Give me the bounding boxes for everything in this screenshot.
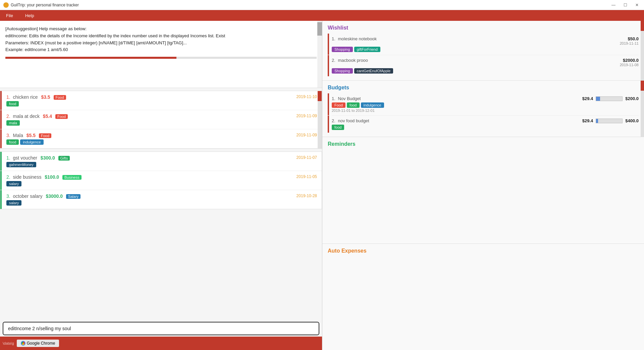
budget-tags: food bbox=[332, 125, 639, 130]
menu-help[interactable]: Help bbox=[22, 12, 37, 19]
help-box: [Autosuggestion] Help message as below: … bbox=[0, 21, 322, 88]
expense-name: chicken rice bbox=[13, 94, 38, 100]
tag-apple: cantGetEnufOfApple bbox=[354, 68, 393, 74]
expense-item: 2. mala at deck $5.4 Food 2019-11-09 mal… bbox=[0, 110, 322, 129]
expense-title: 3. Mala $5.5 Food bbox=[6, 133, 51, 138]
income-name: side business bbox=[13, 174, 42, 180]
tag-salary: salary bbox=[6, 200, 21, 206]
income-index: 3. bbox=[6, 193, 10, 199]
expense-category-tag: Food bbox=[55, 114, 68, 119]
income-item: 1. gst voucher $300.0 Gifts 2019-11-07 g… bbox=[0, 152, 322, 171]
tag-mala: mala bbox=[6, 120, 20, 126]
wishlist-amount-date: $2000.0 2019-11-08 bbox=[620, 58, 639, 67]
income-date: 2019-11-05 bbox=[297, 174, 317, 179]
taskbar-path: \data\g bbox=[3, 341, 14, 345]
budgets-scrollbar[interactable] bbox=[641, 81, 644, 137]
expense-date: 2019-11-09 bbox=[297, 114, 317, 118]
help-line-2: editIncome: Edits the details of the Inc… bbox=[5, 33, 317, 40]
wishlist-item: 2. macbook prooo $2000.0 2019-11-08 Shop… bbox=[332, 55, 639, 76]
expense-date: 2019-11-09 bbox=[297, 133, 317, 137]
app-icon bbox=[3, 2, 9, 8]
wishlist-section: Wishlist 1. moleskine notebook $50.0 201… bbox=[322, 21, 644, 81]
income-row: 3. october salary $3000.0 Salary 2019-10… bbox=[6, 193, 317, 199]
budget-name: nov food budget bbox=[338, 118, 369, 123]
expense-row: 2. mala at deck $5.4 Food 2019-11-09 bbox=[6, 114, 317, 119]
budget-item-bar bbox=[328, 93, 329, 115]
budget-total: $200.0 bbox=[625, 96, 639, 101]
tag-food: food bbox=[6, 139, 19, 145]
expenses-scrollbar-thumb[interactable] bbox=[318, 91, 322, 101]
tag-shopping: Shopping bbox=[332, 68, 353, 74]
chrome-label: Google Chrome bbox=[27, 341, 55, 346]
expense-category-tag: Food bbox=[39, 133, 51, 138]
budget-row: 2. nov food budget $29.4 $400.0 bbox=[332, 118, 639, 123]
close-button[interactable]: ✕ bbox=[633, 2, 641, 8]
wishlist-scrollbar[interactable] bbox=[641, 21, 644, 80]
income-index: 2. bbox=[6, 174, 10, 180]
expense-title: 2. mala at deck $5.4 Food bbox=[6, 114, 68, 119]
expenses-scrollbar[interactable] bbox=[318, 91, 322, 148]
budget-name: Nov Budget bbox=[338, 96, 361, 101]
autoexpenses-section: Auto Expenses bbox=[322, 244, 644, 350]
window-controls: — ☐ ✕ bbox=[609, 2, 641, 8]
expense-amount: $5.5 bbox=[26, 133, 36, 138]
income-item: 2. side business $100.0 Business 2019-11… bbox=[0, 171, 322, 190]
incomes-section: 1. gst voucher $300.0 Gifts 2019-11-07 g… bbox=[0, 151, 322, 209]
income-tags: gahmenMoney bbox=[6, 162, 317, 167]
budget-date-range: 2019-11-01 to 2019-12-01 bbox=[332, 108, 639, 113]
wishlist-tags: Shopping giftForFriend bbox=[332, 47, 639, 52]
budget-item: 2. nov food budget $29.4 $400.0 food bbox=[332, 116, 639, 133]
autoexpenses-title: Auto Expenses bbox=[328, 248, 639, 254]
tag-indulgence: indulgence bbox=[20, 139, 43, 145]
expense-date: 2019-11-10 bbox=[297, 94, 317, 99]
left-spacer bbox=[0, 209, 322, 319]
income-row: 1. gst voucher $300.0 Gifts 2019-11-07 bbox=[6, 155, 317, 161]
wishlist-amount: $2000.0 bbox=[620, 58, 639, 63]
reminders-title: Reminders bbox=[328, 141, 639, 147]
tag-food: food bbox=[332, 125, 344, 130]
command-area[interactable] bbox=[3, 322, 319, 335]
income-category-tag: Salary bbox=[66, 194, 80, 199]
wishlist-scrollbar-thumb[interactable] bbox=[641, 21, 644, 31]
expense-amount: $3.5 bbox=[41, 94, 50, 100]
minimize-button[interactable]: — bbox=[609, 2, 618, 8]
budget-total: $400.0 bbox=[625, 118, 639, 123]
income-amount: $3000.0 bbox=[46, 193, 63, 199]
wishlist-item-bar bbox=[328, 34, 329, 55]
menu-file[interactable]: File bbox=[3, 12, 16, 19]
help-scrollbar[interactable] bbox=[317, 21, 322, 88]
tag-food: food bbox=[347, 102, 359, 108]
budget-progress-bar bbox=[596, 96, 623, 101]
income-item: 3. october salary $3000.0 Salary 2019-10… bbox=[0, 190, 322, 209]
command-input[interactable] bbox=[8, 326, 314, 331]
expense-item: 1. chicken rice $3.5 Food 2019-11-10 foo… bbox=[0, 91, 322, 110]
expense-index: 1. bbox=[6, 94, 10, 100]
expense-index: 3. bbox=[6, 133, 10, 138]
chrome-taskbar-button[interactable]: Google Chrome bbox=[17, 340, 59, 347]
expense-title: 1. chicken rice $3.5 Food bbox=[6, 94, 66, 100]
help-scrollbar-thumb[interactable] bbox=[317, 22, 322, 36]
wishlist-tags: Shopping cantGetEnufOfApple bbox=[332, 68, 639, 74]
income-name: gst voucher bbox=[13, 155, 37, 161]
budget-progress-row: $29.4 $400.0 bbox=[582, 118, 639, 123]
expense-category-tag: Food bbox=[54, 95, 66, 100]
maximize-button[interactable]: ☐ bbox=[622, 2, 629, 8]
income-row: 2. side business $100.0 Business 2019-11… bbox=[6, 174, 317, 180]
tag-salary: salary bbox=[6, 181, 21, 186]
budget-progress-row: $29.4 $200.0 bbox=[582, 96, 639, 101]
wishlist-item: 1. moleskine notebook $50.0 2019-11-11 S… bbox=[332, 34, 639, 55]
tag-Food: Food bbox=[332, 102, 345, 108]
help-content: [Autosuggestion] Help message as below: … bbox=[5, 26, 317, 53]
help-progress-bar bbox=[5, 57, 317, 59]
app-title: GuilTrip: your personal finance tracker bbox=[11, 3, 609, 7]
income-category-tag: Business bbox=[62, 175, 82, 180]
budget-progress-bar bbox=[596, 119, 623, 123]
expense-index: 2. bbox=[6, 114, 10, 119]
budgets-scrollbar-thumb[interactable] bbox=[641, 81, 644, 91]
income-date: 2019-10-28 bbox=[297, 193, 317, 198]
income-title: 1. gst voucher $300.0 Gifts bbox=[6, 155, 70, 161]
expense-amount: $5.4 bbox=[43, 114, 52, 119]
expense-row: 1. chicken rice $3.5 Food 2019-11-10 bbox=[6, 94, 317, 100]
income-date: 2019-11-07 bbox=[297, 155, 317, 160]
wishlist-amount: $50.0 bbox=[620, 36, 639, 41]
